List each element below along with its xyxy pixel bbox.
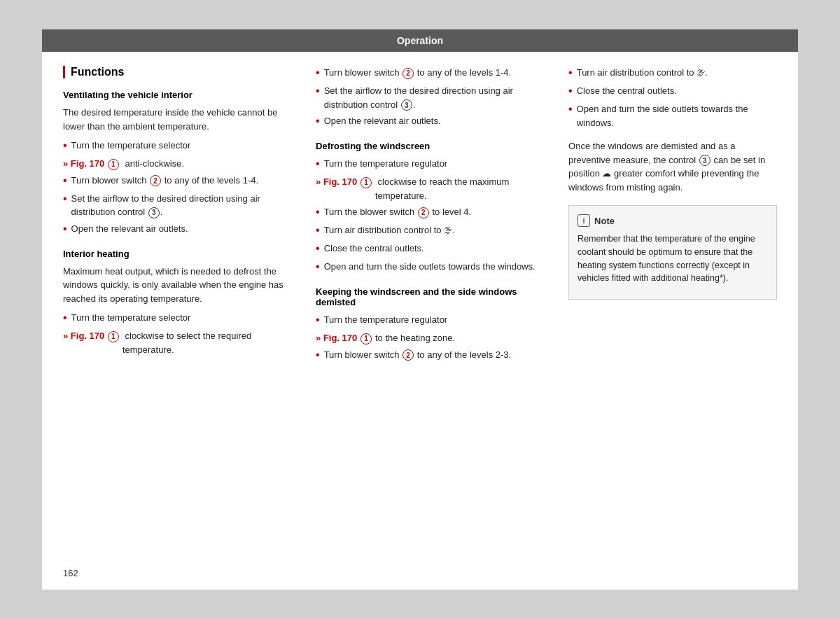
arrow-text: clockwise to select the required tempera… [122, 329, 295, 356]
note-icon: i [578, 214, 590, 227]
arrow-text: to the heating zone. [375, 331, 455, 345]
bullet-text: Open the relevant air outlets. [71, 222, 188, 236]
mid-bullet-blower: • Turn blower switch 2 to any of the lev… [316, 66, 547, 81]
note-label: Note [594, 216, 615, 226]
bullet-airflow-1: • Set the airflow to the desired directi… [63, 192, 295, 219]
bullet-dot: • [568, 64, 573, 81]
right-bullet-side: • Open and turn the side outlets towards… [568, 102, 777, 130]
arrow-fig-2: » Fig. 170 1 clockwise to select the req… [63, 329, 295, 356]
mid-bullet-airflow: • Set the airflow to the desired directi… [316, 84, 547, 111]
bullet-dot: • [568, 101, 573, 118]
arrow-prefix: » Fig. 170 1 [63, 157, 120, 171]
bullet-text: Turn the temperature regulator [324, 157, 448, 171]
bullet-blower-1: • Turn blower switch 2 to any of the lev… [63, 174, 295, 189]
demist-arrow-1: » Fig. 170 1 to the heating zone. [316, 331, 547, 345]
right-bullet-air-dist: • Turn air distribution control to 🌫. [568, 66, 777, 81]
right-column: • Turn air distribution control to 🌫. • … [568, 66, 777, 366]
bullet-dot: • [316, 113, 320, 130]
bullet-temp-selector-2: • Turn the temperature selector [63, 311, 295, 326]
arrow-prefix: » Fig. 170 1 [63, 329, 120, 343]
bullet-text: Turn the blower switch 2 to level 4. [324, 205, 471, 219]
defrost-arrow-1: » Fig. 170 1 clockwise to reach the maxi… [316, 175, 547, 202]
section-ventilating-title: Ventilating the vehicle interior [63, 90, 295, 100]
bullet-dot: • [63, 310, 67, 326]
note-text: Remember that the temperature of the eng… [578, 232, 768, 285]
arrow-prefix: » Fig. 170 1 [316, 331, 372, 345]
bullet-dot: • [63, 190, 67, 207]
bullet-dot: • [316, 155, 320, 172]
left-column: Functions Ventilating the vehicle interi… [63, 66, 295, 366]
ventilating-description: The desired temperature inside the vehic… [63, 106, 295, 133]
bullet-dot: • [316, 204, 320, 221]
section-heating-title: Interior heating [63, 249, 295, 259]
bullet-text: Close the central outlets. [577, 84, 677, 98]
arrow-fig-1: » Fig. 170 1 anti-clockwise. [63, 157, 295, 171]
bullet-text: Close the central outlets. [324, 242, 424, 256]
bullet-text: Turn air distribution control to 🌫. [577, 66, 708, 80]
note-box: i Note Remember that the temperature of … [568, 205, 777, 300]
bullet-text: Open and turn the side outlets towards t… [577, 102, 777, 130]
arrow-prefix: » Fig. 170 1 [316, 175, 372, 189]
bullet-text: Turn air distribution control to 🌫. [324, 223, 455, 237]
section-defrost-title: Defrosting the windscreen [316, 141, 547, 151]
content-area: Functions Ventilating the vehicle interi… [42, 66, 798, 394]
bullet-text: Turn blower switch 2 to any of the level… [324, 348, 512, 362]
bullet-text: Set the airflow to the desired direction… [324, 84, 547, 111]
bullet-text: Turn the temperature selector [71, 311, 191, 325]
bullet-text: Turn the temperature regulator [324, 313, 448, 327]
bullet-dot: • [316, 347, 320, 363]
defrost-bullet-close: • Close the central outlets. [316, 242, 547, 257]
demist-bullet-1: • Turn the temperature regulator [316, 313, 547, 328]
bullet-dot: • [316, 258, 320, 275]
defrost-bullet-blower: • Turn the blower switch 2 to level 4. [316, 205, 547, 221]
bullet-text: Turn the temperature selector [71, 139, 191, 153]
bullet-dot: • [568, 83, 573, 99]
bullet-dot: • [316, 312, 320, 328]
mid-bullet-outlets: • Open the relevant air outlets. [316, 114, 547, 130]
defrost-bullet-1: • Turn the temperature regulator [316, 157, 547, 172]
bullet-dot: • [316, 64, 320, 81]
bullet-temp-selector-1: • Turn the temperature selector [63, 139, 295, 154]
functions-heading: Functions [63, 66, 295, 78]
bullet-dot: • [316, 222, 320, 239]
right-paragraph: Once the windows are demisted and as a p… [568, 139, 777, 194]
defrost-bullet-side: • Open and turn the side outlets towards… [316, 260, 547, 275]
bullet-text: Set the airflow to the desired direction… [71, 192, 295, 219]
heating-description: Maximum heat output, which is needed to … [63, 265, 295, 306]
page: Operation Functions Ventilating the vehi… [42, 29, 798, 590]
arrow-text: anti-clockwise. [122, 157, 184, 171]
right-bullet-close: • Close the central outlets. [568, 84, 777, 99]
header-bar: Operation [42, 29, 798, 52]
bullet-text: Open and turn the side outlets towards t… [324, 260, 536, 274]
bullet-text: Turn blower switch 2 to any of the level… [324, 66, 512, 80]
demist-bullet-blower: • Turn blower switch 2 to any of the lev… [316, 348, 547, 363]
bullet-outlets-1: • Open the relevant air outlets. [63, 222, 295, 237]
bullet-dot: • [63, 172, 67, 189]
bullet-text: Open the relevant air outlets. [324, 114, 441, 128]
bullet-dot: • [63, 137, 67, 154]
arrow-text: clockwise to reach the maximum temperatu… [375, 175, 547, 202]
bullet-dot: • [63, 221, 67, 237]
section-demist-title: Keeping the windscreen and the side wind… [316, 286, 547, 307]
bullet-dot: • [316, 83, 320, 99]
bullet-dot: • [316, 240, 320, 257]
note-header: i Note [578, 214, 768, 227]
mid-column: • Turn blower switch 2 to any of the lev… [316, 66, 547, 366]
header-title: Operation [397, 35, 443, 46]
defrost-bullet-air-dist: • Turn air distribution control to 🌫. [316, 223, 547, 239]
page-number: 162 [63, 568, 78, 578]
bullet-text: Turn blower switch 2 to any of the level… [71, 174, 259, 188]
